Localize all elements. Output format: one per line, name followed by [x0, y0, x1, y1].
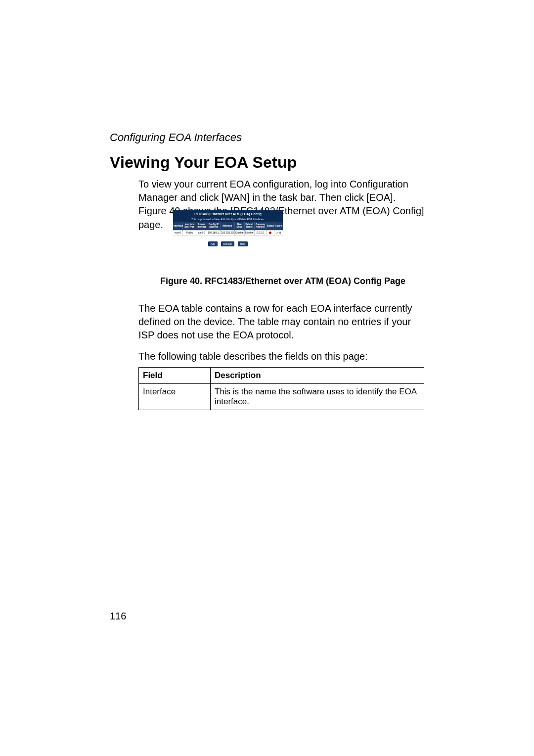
col-netmask: Netmask	[220, 222, 234, 230]
header-field: Field	[139, 368, 211, 384]
col-use-dhcp: Use Dhcp	[234, 222, 244, 230]
cell-dhcp: Disable	[234, 230, 244, 236]
figure-title: RFC1483/(Ethernet over ATM)(EOA) Config	[173, 212, 283, 216]
page-title: Viewing Your EOA Setup	[110, 153, 297, 172]
add-button[interactable]: Add	[208, 241, 218, 246]
col-status: Status	[267, 222, 274, 230]
config-table-header-row: Interface Interface Sec Type Lower Inter…	[173, 222, 283, 230]
cell-status	[267, 230, 274, 236]
paragraph-table-intro: The EOA table contains a row for each EO…	[138, 302, 425, 342]
cell-netmask: 255.255.255.0	[220, 230, 234, 236]
figure-subtitle: This page is used to View, Add, Modify a…	[173, 218, 283, 221]
config-table: Interface Interface Sec Type Lower Inter…	[173, 222, 283, 236]
cell-interface: eoa-0	[173, 230, 183, 236]
col-default-route: Default Route	[244, 222, 254, 230]
cell-field-desc: This is the name the software uses to id…	[211, 384, 424, 410]
cell-gateway: 0.0.0.0	[254, 230, 266, 236]
help-button[interactable]: Help	[238, 241, 248, 246]
col-action: Action	[274, 222, 283, 230]
figure-eoa-config: RFC1483/(Ethernet over ATM)(EOA) Config …	[173, 210, 283, 249]
field-description-table: Field Description Interface This is the …	[138, 367, 424, 410]
cell-action	[274, 230, 283, 236]
cell-droute: Disable	[244, 230, 254, 236]
cell-sec-type: Public	[183, 230, 196, 236]
breadcrumb: Configuring EOA Interfaces	[110, 131, 242, 144]
config-table-row: eoa-0 Public aal5-0 192.168.1.1 255.255.…	[173, 230, 283, 236]
figure-button-bar: Add Refresh Help	[173, 236, 283, 249]
col-config-ip: Config IP Address	[207, 222, 221, 230]
col-lower-interface: Lower Interface	[196, 222, 207, 230]
status-dot-icon	[269, 232, 271, 234]
figure-header: RFC1483/(Ethernet over ATM)(EOA) Config …	[173, 210, 283, 222]
figure-caption: Figure 40. RFC1483/Ethernet over ATM (EO…	[139, 276, 426, 286]
pencil-icon[interactable]	[276, 232, 278, 234]
paragraph-table-lead: The following table describes the fields…	[138, 350, 425, 363]
field-table-row: Interface This is the name the software …	[139, 384, 424, 410]
cell-field-name: Interface	[139, 384, 211, 410]
field-table-header-row: Field Description	[139, 368, 424, 384]
page-number: 116	[110, 611, 126, 622]
col-interface: Interface	[173, 222, 183, 230]
header-description: Description	[211, 368, 424, 384]
col-gateway: Gateway Address	[254, 222, 266, 230]
col-sec-type: Interface Sec Type	[183, 222, 196, 230]
trash-icon[interactable]	[279, 232, 281, 234]
cell-lower: aal5-0	[196, 230, 207, 236]
refresh-button[interactable]: Refresh	[221, 241, 235, 246]
cell-ip: 192.168.1.1	[207, 230, 221, 236]
